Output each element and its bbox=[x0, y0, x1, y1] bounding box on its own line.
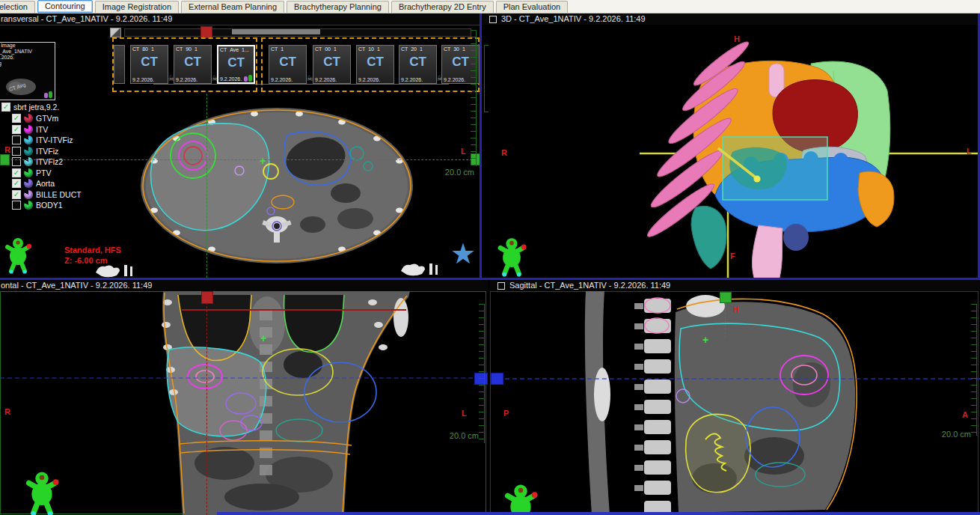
tab-contouring[interactable]: Contouring bbox=[37, 0, 93, 13]
structure-row[interactable]: ✓Aorta bbox=[12, 178, 55, 189]
thumbnail-modality: CT bbox=[399, 55, 436, 70]
window-icon[interactable] bbox=[489, 16, 497, 23]
viewport-sagittal[interactable]: Sagittal - CT_Ave_1NATIV - 9.2.2026. 11:… bbox=[490, 280, 980, 515]
window-icon[interactable] bbox=[497, 282, 505, 290]
orientation-label-right: L bbox=[462, 409, 467, 418]
viewport-3d[interactable]: 3D - CT_Ave_1NATIV - 9.2.2026. 11:49 bbox=[482, 13, 980, 278]
bone-model-icons bbox=[94, 262, 135, 278]
structure-row[interactable]: ITV-ITVFiz bbox=[12, 135, 73, 145]
structure-navy bbox=[783, 224, 809, 251]
scale-label: 20.0 cm bbox=[416, 168, 474, 177]
structure-visibility-checkbox[interactable] bbox=[12, 157, 21, 166]
structure-row[interactable]: ✓BILLE DUCT bbox=[12, 189, 82, 200]
thumbnail-modality: CT bbox=[269, 55, 306, 70]
resize-corner-icon[interactable] bbox=[110, 28, 121, 37]
structure-row[interactable]: ✓sbrt jetra,9.2. bbox=[1, 102, 59, 112]
scale-ruler bbox=[971, 304, 977, 436]
plane-line-blue bbox=[490, 378, 980, 380]
structure-visibility-checkbox[interactable]: ✓ bbox=[12, 125, 21, 134]
viewport-transversal[interactable]: ransversal - CT_Ave_1NATIV - 9.2.2026. 1… bbox=[0, 13, 480, 278]
tab-image-registration[interactable]: Image Registration bbox=[95, 1, 179, 13]
structure-label: ITV bbox=[36, 125, 48, 134]
structure-visibility-checkbox[interactable] bbox=[12, 201, 21, 210]
structure-color-icon bbox=[24, 147, 33, 156]
structure-visibility-checkbox[interactable]: ✓ bbox=[12, 190, 21, 199]
structure-row[interactable]: ✓ITV bbox=[12, 124, 48, 135]
ct-thumbnail-ct-10-1[interactable]: CT_10_1CT9.2.2026. bbox=[356, 45, 394, 84]
viewport-separator-vertical-top bbox=[480, 13, 482, 278]
thumbnail-name: CT_1 bbox=[271, 46, 284, 52]
structure-row[interactable]: ITVFiz2 bbox=[12, 156, 63, 167]
viewport-title-text: ransversal - CT_Ave_1NATIV - 9.2.2026. 1… bbox=[1, 13, 172, 25]
structure-pink-vessel-bottom bbox=[753, 225, 783, 278]
bookmark-star-icon[interactable]: ★ bbox=[450, 240, 476, 267]
reference-point-cross: + bbox=[260, 157, 266, 165]
structure-visibility-checkbox[interactable]: ✓ bbox=[12, 114, 21, 123]
selected-image-panel[interactable]: CT Image CT_Ave_1NATIV 9.2.2026. Avg CT … bbox=[0, 42, 55, 100]
thumbnail-modality: CT bbox=[218, 55, 254, 70]
ct-thumbnail-ct-00-1[interactable]: CT_00_1CT9.2.2026. bbox=[313, 45, 351, 84]
plane-handle-blue[interactable] bbox=[491, 373, 503, 385]
tab-brachytherapy-2d-entry[interactable]: Brachytherapy 2D Entry bbox=[391, 1, 494, 13]
tab-external-beam-planning[interactable]: External Beam Planning bbox=[181, 1, 284, 13]
tab-election[interactable]: election bbox=[0, 1, 35, 13]
crosshair-handle-green-left[interactable] bbox=[0, 154, 10, 165]
thumbnail-date: 9.2.2026. bbox=[401, 77, 423, 82]
structure-label: ITV-ITVFiz bbox=[36, 135, 73, 144]
structure-color-icon bbox=[24, 179, 33, 188]
slice-scrollbar-loaded[interactable] bbox=[232, 29, 320, 34]
structure-visibility-checkbox[interactable] bbox=[12, 135, 21, 144]
patient-orientation-icon bbox=[1, 237, 34, 274]
crosshair-horizontal-line bbox=[0, 159, 480, 160]
structure-row[interactable]: BODY1 bbox=[12, 200, 63, 210]
mini-ct-preview: CT Avg bbox=[4, 76, 38, 97]
axial-ct-image[interactable] bbox=[127, 97, 426, 277]
thumbnail-name: CT_90_1 bbox=[176, 46, 197, 52]
reference-point-cross: + bbox=[702, 336, 708, 344]
orientation-label-left: R bbox=[501, 148, 507, 157]
thumbnail-date: 9.2.2026. bbox=[220, 76, 242, 82]
frame-of-reference-label: Standard, HFS bbox=[64, 246, 121, 255]
orientation-label-right: A bbox=[962, 410, 968, 419]
tab-plan-evaluation[interactable]: Plan Evaluation bbox=[496, 1, 568, 13]
image-date-label: 9.2.2026. bbox=[0, 55, 55, 61]
ct-thumbnail-partial[interactable]: ☠☠ bbox=[114, 45, 125, 84]
slice-handle-red[interactable] bbox=[200, 26, 212, 38]
structure-visibility-checkbox[interactable]: ✓ bbox=[1, 103, 10, 112]
structure-label: sbrt jetra,9.2. bbox=[13, 103, 59, 112]
viewport-title: ontal - CT_Ave_1NATIV - 9.2.2026. 11:49 bbox=[0, 280, 488, 291]
scale-ruler bbox=[479, 304, 485, 443]
structure-visibility-checkbox[interactable] bbox=[12, 147, 21, 156]
transversal-plane-hline bbox=[182, 309, 406, 311]
ct-thumbnail-ct-90-1[interactable]: CT_90_1CT9.2.2026.☠☠ bbox=[174, 45, 212, 84]
thumbnail-modality: CT bbox=[313, 55, 350, 70]
bone-model-icons bbox=[399, 260, 440, 277]
structure-row[interactable]: ✓GTVm bbox=[12, 113, 58, 124]
thumbnail-modality: CT bbox=[174, 55, 211, 70]
ct-thumbnail-ct-1[interactable]: CT_1CT9.2.2026.☠☠ bbox=[269, 45, 307, 84]
ct-thumbnail-ct-20-1[interactable]: CT_20_1CT9.2.2026.☠☠ bbox=[399, 45, 437, 84]
panel-badge-icon bbox=[44, 91, 53, 98]
structure-teal-lower bbox=[691, 206, 726, 269]
coronal-ct-image[interactable] bbox=[0, 291, 488, 515]
sagittal-ct-image[interactable] bbox=[490, 291, 980, 515]
structure-row[interactable]: ITVFiz bbox=[12, 146, 58, 156]
structure-visibility-checkbox[interactable]: ✓ bbox=[12, 168, 21, 177]
structure-color-icon bbox=[24, 157, 33, 166]
plane-handle-green[interactable] bbox=[720, 292, 732, 303]
ct-thumbnail-ct-80-1[interactable]: CT_80_1CT9.2.2026.☠☠ bbox=[130, 45, 168, 84]
orientation-label-left: R bbox=[4, 407, 10, 416]
thumbnail-name: CT_20_1 bbox=[401, 46, 423, 52]
application-window: electionContouringImage RegistrationExte… bbox=[0, 0, 980, 515]
patient-orientation-icon bbox=[500, 483, 542, 515]
ct-thumbnail-ct-ave-1-[interactable]: CT_Ave_1...CT9.2.2026. bbox=[217, 45, 255, 84]
structure-color-icon bbox=[24, 201, 33, 210]
orientation-label-bottom: F bbox=[730, 252, 735, 260]
viewport-frontal[interactable]: ontal - CT_Ave_1NATIV - 9.2.2026. 11:49 bbox=[0, 280, 488, 515]
plane-handle-red[interactable] bbox=[201, 291, 213, 304]
tab-brachytherapy-planning[interactable]: Brachytherapy Planning bbox=[287, 1, 389, 13]
structure-row[interactable]: ✓PTV bbox=[12, 168, 51, 178]
structure-visibility-checkbox[interactable]: ✓ bbox=[12, 179, 21, 188]
structure-color-icon bbox=[24, 135, 33, 144]
3d-scene[interactable] bbox=[482, 25, 980, 278]
